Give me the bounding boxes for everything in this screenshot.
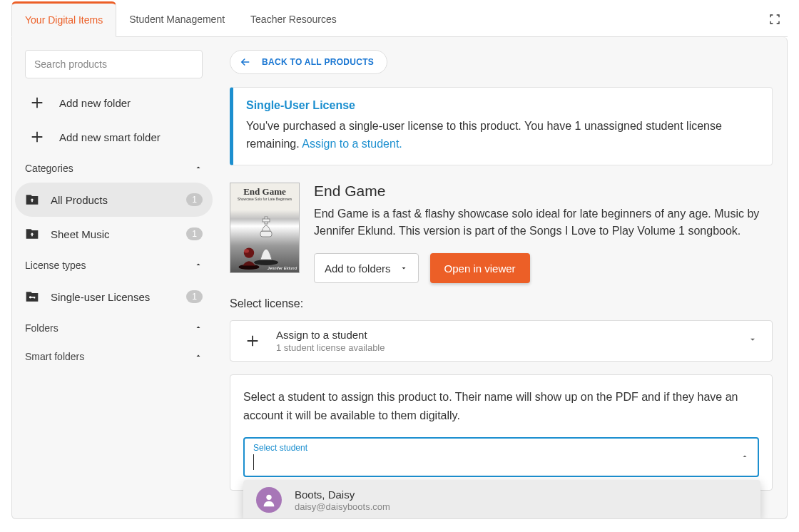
plus-icon xyxy=(29,129,45,145)
add-to-folders-label: Add to folders xyxy=(325,262,391,275)
expander-title: Assign to a student xyxy=(276,329,385,341)
student-email: daisy@daisyboots.com xyxy=(295,501,390,512)
chevron-up-icon xyxy=(194,351,203,362)
search-input[interactable] xyxy=(25,50,203,78)
select-license-label: Select license: xyxy=(230,297,773,310)
svg-rect-6 xyxy=(263,219,270,222)
chess-pawn-icon xyxy=(236,244,262,270)
plus-icon xyxy=(29,95,45,111)
combo-label: Select student xyxy=(253,443,307,453)
product-section: End Game Showcase Solo for Late Beginner… xyxy=(230,183,773,284)
assign-panel-text: Select a student to assign this product … xyxy=(243,388,759,424)
smart-folders-heading[interactable]: Smart folders xyxy=(25,342,203,371)
count-badge: 1 xyxy=(186,227,203,240)
tab-bar: Your Digital Items Student Management Te… xyxy=(11,1,788,37)
svg-rect-4 xyxy=(260,231,272,237)
add-smart-folder-button[interactable]: Add new smart folder xyxy=(25,120,203,154)
cover-author: Jennifer Eklund xyxy=(268,266,297,270)
tab-student-management[interactable]: Student Management xyxy=(116,1,238,37)
back-to-all-products-button[interactable]: BACK TO ALL PRODUCTS xyxy=(230,50,387,74)
sidebar-item-label: All Products xyxy=(51,194,108,206)
sidebar-item-sheet-music[interactable]: Sheet Music 1 xyxy=(15,217,213,251)
product-description: End Game is a fast & flashy showcase sol… xyxy=(314,205,773,241)
open-in-viewer-button[interactable]: Open in viewer xyxy=(430,253,530,283)
sidebar-item-label: Single-user Licenses xyxy=(51,291,150,303)
home-folder-icon xyxy=(25,193,39,207)
tab-digital-items[interactable]: Your Digital Items xyxy=(11,1,116,37)
sidebar: Add new folder Add new smart folder Cate… xyxy=(12,37,215,518)
sidebar-item-label: Sheet Music xyxy=(51,228,110,240)
caret-down-icon xyxy=(400,264,408,272)
add-to-folders-button[interactable]: Add to folders xyxy=(314,253,419,283)
main-content: BACK TO ALL PRODUCTS Single-User License… xyxy=(215,37,787,518)
expander-subtitle: 1 student license available xyxy=(276,342,385,353)
back-button-label: BACK TO ALL PRODUCTS xyxy=(262,57,374,67)
chevron-up-icon xyxy=(194,322,203,334)
text-cursor xyxy=(253,454,254,470)
sidebar-item-single-user-licenses[interactable]: Single-user Licenses 1 xyxy=(15,280,213,314)
license-types-heading[interactable]: License types xyxy=(25,251,203,280)
cover-title: End Game xyxy=(230,186,299,198)
key-folder-icon xyxy=(25,290,39,304)
assign-to-student-expander[interactable]: Assign to a student 1 student license av… xyxy=(230,320,773,362)
svg-point-9 xyxy=(244,249,249,252)
count-badge: 1 xyxy=(186,193,203,206)
chevron-up-icon xyxy=(194,260,203,271)
cover-subtitle: Showcase Solo for Late Beginners xyxy=(230,197,299,201)
callout-body: You've purchased a single-user license t… xyxy=(246,118,759,153)
license-callout: Single-User License You've purchased a s… xyxy=(230,87,773,165)
svg-rect-2 xyxy=(34,297,36,299)
chevron-down-icon xyxy=(748,334,758,347)
svg-point-10 xyxy=(266,495,271,500)
add-folder-button[interactable]: Add new folder xyxy=(25,86,203,120)
folder-icon xyxy=(25,227,39,241)
product-title: End Game xyxy=(314,183,773,200)
smart-folders-label: Smart folders xyxy=(25,351,84,362)
count-badge: 1 xyxy=(186,290,203,303)
callout-title: Single-User License xyxy=(246,99,759,112)
product-cover: End Game Showcase Solo for Late Beginner… xyxy=(230,183,300,273)
tab-teacher-resources[interactable]: Teacher Resources xyxy=(238,1,350,37)
select-student-combobox[interactable]: Select student xyxy=(243,437,759,477)
student-name: Boots, Daisy xyxy=(295,488,390,501)
folders-heading[interactable]: Folders xyxy=(25,314,203,342)
caret-up-icon xyxy=(741,452,749,461)
categories-heading-label: Categories xyxy=(25,163,73,174)
fullscreen-icon[interactable] xyxy=(769,14,780,25)
arrow-left-icon xyxy=(239,56,252,68)
license-types-label: License types xyxy=(25,260,86,271)
student-option[interactable]: Boots, Daisy daisy@daisyboots.com xyxy=(243,480,760,519)
plus-icon xyxy=(245,333,260,349)
chevron-up-icon xyxy=(194,163,203,174)
student-dropdown: Boots, Daisy daisy@daisyboots.com xyxy=(243,480,760,519)
sidebar-item-all-products[interactable]: All Products 1 xyxy=(15,183,213,217)
categories-heading[interactable]: Categories xyxy=(25,154,203,183)
assign-student-panel: Select a student to assign this product … xyxy=(230,374,773,491)
avatar-icon xyxy=(256,487,282,513)
combo-toggle[interactable] xyxy=(741,451,749,464)
folders-label: Folders xyxy=(25,322,58,334)
add-smart-folder-label: Add new smart folder xyxy=(59,131,161,143)
add-folder-label: Add new folder xyxy=(59,97,131,109)
assign-to-student-link[interactable]: Assign to a student. xyxy=(302,138,402,150)
